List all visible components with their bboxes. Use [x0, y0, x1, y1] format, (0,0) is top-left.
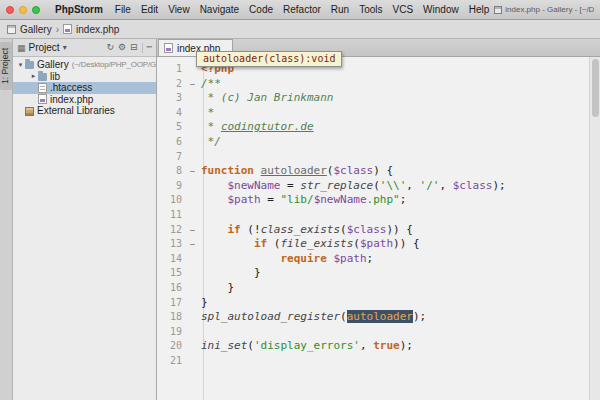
fold-marker-icon[interactable]: −: [186, 164, 199, 179]
menu-navigate[interactable]: Navigate: [200, 4, 239, 15]
line-number: 13: [157, 237, 186, 252]
close-window-button[interactable]: [6, 6, 14, 14]
breadcrumb-index-php[interactable]: index.php: [76, 24, 119, 35]
traffic-lights: [6, 6, 45, 14]
code-text: [199, 354, 201, 369]
code-text: ini_set('display_errors', true);: [199, 339, 413, 354]
tree-item-label: .htaccess: [50, 82, 92, 93]
tree-item-htaccess[interactable]: .htaccess: [13, 82, 156, 94]
code-text: if (!class_exists($class)) {: [199, 223, 413, 238]
code-line-8[interactable]: 8−function autoloader($class) {: [157, 164, 589, 179]
code-line-21[interactable]: 21: [157, 354, 589, 369]
code-line-20[interactable]: 20ini_set('display_errors', true);: [157, 339, 589, 354]
menu-refactor[interactable]: Refactor: [283, 4, 321, 15]
fold-spacer: [186, 120, 199, 135]
chevron-down-icon[interactable]: ▾: [63, 43, 67, 52]
project-tool-window-button[interactable]: 1: Project: [0, 42, 12, 90]
tool-window-strip: 1: Project: [0, 39, 13, 400]
project-panel-header: ▦ Project ▾ ↻⚙⊟┉: [13, 39, 156, 57]
code-text: */: [199, 135, 221, 150]
line-number: 21: [157, 354, 186, 369]
code-line-15[interactable]: 15 }: [157, 266, 589, 281]
menu-vcs[interactable]: VCS: [393, 4, 414, 15]
code-line-19[interactable]: 19: [157, 325, 589, 340]
menu-help[interactable]: Help: [469, 4, 490, 15]
fold-spacer: [186, 281, 199, 296]
fold-spacer: [186, 106, 199, 121]
settings-gear-icon[interactable]: ⚙: [118, 43, 126, 52]
folder-icon: [25, 61, 34, 69]
fold-marker-icon[interactable]: −: [186, 223, 199, 238]
code-line-12[interactable]: 12− if (!class_exists($class)) {: [157, 223, 589, 238]
code-line-10[interactable]: 10 $path = "lib/$newName.php";: [157, 193, 589, 208]
line-number: 5: [157, 120, 186, 135]
code-line-5[interactable]: 5 * codingtutor.de: [157, 120, 589, 135]
menu-run[interactable]: Run: [331, 4, 349, 15]
code-line-11[interactable]: 11: [157, 208, 589, 223]
line-number: 16: [157, 281, 186, 296]
fullscreen-window-button[interactable]: [32, 6, 40, 14]
php-icon: [38, 94, 47, 104]
tree-item-index-php[interactable]: index.php: [13, 94, 156, 106]
minimize-window-button[interactable]: [19, 6, 27, 14]
line-number: 4: [157, 106, 186, 121]
fold-marker-icon[interactable]: −: [186, 77, 199, 92]
scrollbar-thumb[interactable]: [592, 59, 599, 117]
tree-chevron-icon[interactable]: ▾: [16, 61, 25, 69]
code-line-16[interactable]: 16 }: [157, 281, 589, 296]
line-number: 7: [157, 150, 186, 165]
code-line-2[interactable]: 2−/**: [157, 77, 589, 92]
line-number: 9: [157, 179, 186, 194]
code-line-17[interactable]: 17}: [157, 296, 589, 311]
tree-chevron-icon[interactable]: ▸: [29, 72, 38, 80]
fold-spacer: [186, 193, 199, 208]
code-line-6[interactable]: 6 */: [157, 135, 589, 150]
lib-icon: [25, 107, 34, 116]
fold-spacer: [186, 150, 199, 165]
menu-file[interactable]: File: [115, 4, 131, 15]
menu-code[interactable]: Code: [249, 4, 273, 15]
code-line-4[interactable]: 4 *: [157, 106, 589, 121]
tree-item-label: External Libraries: [37, 105, 115, 116]
menu-tools[interactable]: Tools: [359, 4, 382, 15]
project-panel-title[interactable]: Project: [29, 42, 60, 53]
fold-spacer: [186, 354, 199, 369]
tree-item-external-libraries[interactable]: External Libraries: [13, 105, 156, 117]
editor-scrollbar[interactable]: [589, 57, 600, 400]
code-line-9[interactable]: 9 $newName = str_replace('\\', '/', $cla…: [157, 179, 589, 194]
code-line-3[interactable]: 3 * (c) Jan Brinkmann: [157, 91, 589, 106]
tree-item-gallery-root[interactable]: ▾Gallery(~/Desktop/PHP_OOP/Gallery): [13, 59, 156, 71]
code-line-7[interactable]: 7: [157, 150, 589, 165]
code-text: }: [199, 281, 234, 296]
code-text: * (c) Jan Brinkmann: [199, 91, 333, 106]
code-line-13[interactable]: 13− if (file_exists($path)) {: [157, 237, 589, 252]
code-text: }: [199, 296, 208, 311]
tree-item-lib[interactable]: ▸lib: [13, 71, 156, 83]
code-text: spl_autoload_register(autoloader);: [199, 310, 426, 325]
fold-marker-icon[interactable]: −: [186, 237, 199, 252]
menu-window[interactable]: Window: [423, 4, 459, 15]
menu-view[interactable]: View: [168, 4, 190, 15]
fold-spacer: [186, 310, 199, 325]
menu-phpstorm[interactable]: PhpStorm: [55, 4, 103, 15]
php-file-icon: [164, 43, 173, 53]
collapse-all-icon[interactable]: ⊟: [130, 43, 138, 52]
main-area: 1: Project ▦ Project ▾ ↻⚙⊟┉ ▾Gallery(~/D…: [0, 39, 600, 400]
code-text: }: [199, 266, 261, 281]
breadcrumb-gallery[interactable]: Gallery: [20, 24, 52, 35]
line-number: 17: [157, 296, 186, 311]
project-view-icon: ▦: [17, 43, 26, 53]
code-text: /**: [199, 77, 221, 92]
line-number: 2: [157, 77, 186, 92]
line-number: 18: [157, 310, 186, 325]
line-number: 19: [157, 325, 186, 340]
line-number: 3: [157, 91, 186, 106]
hide-panel-icon[interactable]: ┉: [147, 43, 152, 52]
code-line-14[interactable]: 14 require $path;: [157, 252, 589, 267]
code-line-18[interactable]: 18spl_autoload_register(autoloader);: [157, 310, 589, 325]
fold-spacer: [186, 252, 199, 267]
sync-icon[interactable]: ↻: [106, 43, 114, 52]
menu-edit[interactable]: Edit: [141, 4, 158, 15]
code-editor[interactable]: 1<?php2−/**3 * (c) Jan Brinkmann4 *5 * c…: [157, 57, 600, 400]
fold-spacer: [186, 325, 199, 340]
